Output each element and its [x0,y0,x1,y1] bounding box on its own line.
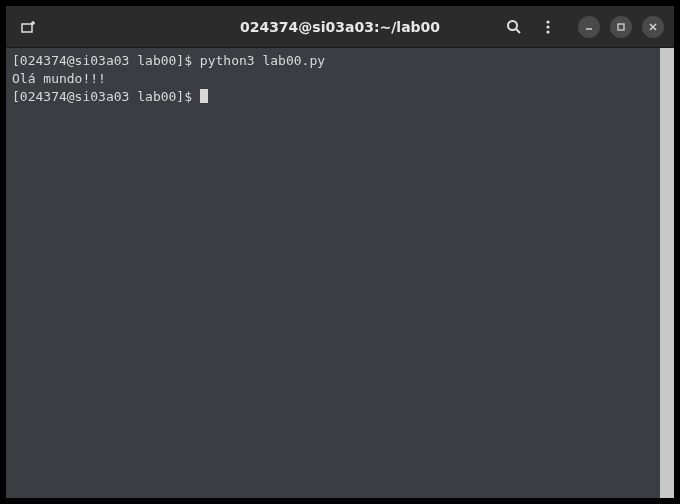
svg-rect-0 [22,24,32,32]
menu-button[interactable] [538,17,558,37]
cursor [200,89,208,103]
terminal-line: [024374@si03a03 lab00]$ [12,88,654,106]
terminal-content[interactable]: [024374@si03a03 lab00]$ python3 lab00.py… [6,48,660,498]
titlebar-right [504,16,664,38]
scrollbar[interactable] [660,48,674,498]
titlebar-left [16,15,40,39]
close-icon [648,22,658,32]
maximize-button[interactable] [610,16,632,38]
svg-line-4 [516,29,520,33]
shell-prompt: [024374@si03a03 lab00]$ [12,89,200,104]
titlebar: 024374@si03a03:~/lab00 [6,6,674,48]
svg-point-5 [546,20,549,23]
minimize-icon [584,22,594,32]
svg-point-7 [546,30,549,33]
svg-rect-9 [618,24,624,30]
terminal-area[interactable]: [024374@si03a03 lab00]$ python3 lab00.py… [6,48,674,498]
output-text: Olá mundo!!! [12,71,106,86]
window-inner: 024374@si03a03:~/lab00 [6,6,674,498]
new-tab-icon [20,19,36,35]
window-title: 024374@si03a03:~/lab00 [240,19,440,35]
minimize-button[interactable] [578,16,600,38]
terminal-line: [024374@si03a03 lab00]$ python3 lab00.py [12,52,654,70]
command-text: python3 lab00.py [200,53,325,68]
maximize-icon [616,22,626,32]
terminal-window: 024374@si03a03:~/lab00 [0,0,680,504]
close-button[interactable] [642,16,664,38]
window-controls [578,16,664,38]
svg-point-6 [546,25,549,28]
kebab-menu-icon [540,19,556,35]
shell-prompt: [024374@si03a03 lab00]$ [12,53,200,68]
new-tab-button[interactable] [16,15,40,39]
search-icon [506,19,522,35]
svg-point-3 [508,21,517,30]
terminal-line: Olá mundo!!! [12,70,654,88]
search-button[interactable] [504,17,524,37]
